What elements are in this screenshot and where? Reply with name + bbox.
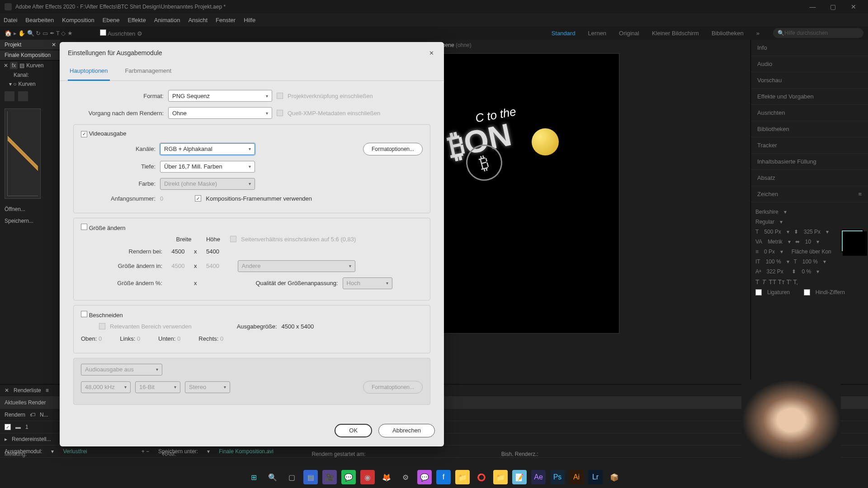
rendereinstellungen[interactable]: Rendereinstell... <box>12 436 51 442</box>
project-tab[interactable]: Projekt <box>5 42 21 48</box>
taskview-icon[interactable]: ▢ <box>284 470 299 484</box>
projekt-link-label: Projektverknüpfung einschließen <box>288 93 373 99</box>
menu-bearbeiten[interactable]: Bearbeiten <box>25 17 54 23</box>
menu-datei[interactable]: Datei <box>4 17 17 23</box>
panel-bibliotheken[interactable]: Bibliotheken <box>751 121 868 137</box>
hscale[interactable]: 100 % <box>802 258 818 265</box>
start-icon[interactable]: ⊞ <box>246 470 261 484</box>
resize-width: 4500 <box>167 263 189 269</box>
search-icon[interactable]: 🔍 <box>265 470 280 484</box>
menu-ansicht[interactable]: Ansicht <box>188 17 208 23</box>
panel-inhalt[interactable]: Inhaltsbasierte Füllung <box>751 154 868 170</box>
color-dropdown: Direkt (ohne Maske) <box>160 178 255 190</box>
menu-animation[interactable]: Animation <box>154 17 180 23</box>
tool-btn-1[interactable] <box>5 91 14 101</box>
tab-hauptoptionen[interactable]: Hauptoptionen <box>68 64 110 81</box>
window-title: Adobe After Effects 2020 - F:\After Effe… <box>15 4 802 10</box>
kerning[interactable]: Metrik <box>768 239 783 245</box>
whatsapp-icon[interactable]: 💬 <box>341 470 356 484</box>
workspace-original[interactable]: Original <box>619 30 639 37</box>
format-options-button[interactable]: Formatoptionen... <box>363 143 423 155</box>
hindi-checkbox[interactable] <box>804 289 810 296</box>
comp-name[interactable]: Finale Komposition <box>0 50 61 61</box>
notepad-icon[interactable]: 📝 <box>512 470 527 484</box>
crop-left-label: Links: <box>120 335 135 342</box>
ps-icon[interactable]: Ps <box>550 470 565 484</box>
tracking[interactable]: 10 <box>805 239 811 245</box>
close-button[interactable]: ✕ <box>843 3 863 10</box>
cancel-button[interactable]: Abbrechen <box>378 424 435 437</box>
app-icon-3[interactable]: ◉ <box>360 470 375 484</box>
messenger-icon[interactable]: 💬 <box>417 470 432 484</box>
open-button[interactable]: Öffnen... <box>0 203 61 215</box>
workspace-kleiner[interactable]: Kleiner Bildschirm <box>652 30 699 37</box>
firefox-icon[interactable]: 🦊 <box>379 470 394 484</box>
vscale[interactable]: 100 % <box>766 258 781 265</box>
panel-info[interactable]: Info <box>751 40 868 56</box>
panel-audio[interactable]: Audio <box>751 56 868 72</box>
color-swatch[interactable] <box>841 230 863 252</box>
ligaturen-checkbox[interactable] <box>755 289 762 296</box>
kurven-sub[interactable]: Kurven <box>19 81 36 87</box>
menu-hilfe[interactable]: Hilfe <box>244 17 255 23</box>
menu-fenster[interactable]: Fenster <box>216 17 236 23</box>
baseline[interactable]: 322 Px <box>766 268 783 275</box>
tool-btn-2[interactable] <box>18 91 28 101</box>
workspace-more[interactable]: » <box>756 30 760 37</box>
menu-komposition[interactable]: Komposition <box>62 17 94 23</box>
panel-vorschau[interactable]: Vorschau <box>751 72 868 89</box>
postrender-dropdown[interactable]: Ohne <box>168 107 272 119</box>
panel-zeichen[interactable]: Zeichen <box>757 191 778 197</box>
lr-icon[interactable]: Lr <box>588 470 603 484</box>
depth-dropdown[interactable]: Über 16,7 Mill. Farben <box>160 161 255 173</box>
comp-frame-checkbox[interactable] <box>195 195 201 202</box>
ausrichten-checkbox[interactable] <box>100 29 106 36</box>
workspace-bibliotheken[interactable]: Bibliotheken <box>712 30 744 37</box>
leading[interactable]: 325 Px <box>804 229 821 235</box>
resize-checkbox[interactable] <box>81 224 87 230</box>
obs-icon[interactable]: ⭕ <box>474 470 489 484</box>
menu-effekte[interactable]: Effekte <box>127 17 146 23</box>
tsume[interactable]: 0 % <box>802 268 811 275</box>
workspace-standard[interactable]: Standard <box>552 30 576 37</box>
save-button[interactable]: Speichern... <box>0 215 61 227</box>
panel-ausrichten[interactable]: Ausrichten <box>751 105 868 121</box>
crop-right-label: Rechts: <box>198 335 218 342</box>
ok-button[interactable]: OK <box>335 424 372 437</box>
app-icon-last[interactable]: 📦 <box>607 470 622 484</box>
dialog-title: Einstellungen für Ausgabemodule <box>68 49 162 56</box>
tab-farbmanagement[interactable]: Farbmanagement <box>123 64 174 80</box>
composition-viewer[interactable]: C to the ₿ON ₿ <box>439 53 619 333</box>
format-dropdown[interactable]: PNG Sequenz <box>168 90 272 102</box>
menu-ebene[interactable]: Ebene <box>103 17 120 23</box>
stroke[interactable]: 0 Px <box>764 249 775 255</box>
app-icon-2[interactable]: 🎥 <box>322 470 337 484</box>
curve-graph[interactable] <box>5 108 41 199</box>
explorer-icon[interactable]: 📁 <box>455 470 470 484</box>
help-search[interactable]: 🔍 Hilfe durchsuchen <box>773 28 863 38</box>
panel-absatz[interactable]: Absatz <box>751 170 868 186</box>
ae-icon[interactable]: Ae <box>531 470 546 484</box>
folder-icon[interactable]: 📁 <box>493 470 508 484</box>
effect-kurven[interactable]: Kurven <box>26 62 43 69</box>
design-artwork: C to the ₿ON ₿ <box>448 108 516 181</box>
renderliste-tab[interactable]: Renderliste <box>14 387 41 394</box>
style-dropdown[interactable]: Regular <box>755 219 774 225</box>
panel-tracker[interactable]: Tracker <box>751 137 868 154</box>
crop-checkbox[interactable] <box>81 311 87 317</box>
videoausgabe-checkbox[interactable] <box>81 131 87 137</box>
app-icon-4[interactable]: ⚙ <box>398 470 413 484</box>
ai-icon[interactable]: Ai <box>569 470 584 484</box>
font-dropdown[interactable]: Berkshire <box>755 209 778 215</box>
workspace-lernen[interactable]: Lernen <box>588 30 606 37</box>
dialog-close-button[interactable]: ✕ <box>427 48 436 57</box>
facebook-icon[interactable]: f <box>436 470 451 484</box>
panel-effekte[interactable]: Effekte und Vorgaben <box>751 89 868 105</box>
minimize-button[interactable]: — <box>802 3 823 10</box>
maximize-button[interactable]: ▢ <box>823 3 843 10</box>
channels-dropdown[interactable]: RGB + Alphakanal <box>160 143 255 155</box>
crop-bottom-label: Unten: <box>158 335 175 342</box>
app-icon-1[interactable]: ▤ <box>303 470 318 484</box>
render-item-check[interactable] <box>5 424 11 430</box>
font-size[interactable]: 500 Px <box>764 229 781 235</box>
